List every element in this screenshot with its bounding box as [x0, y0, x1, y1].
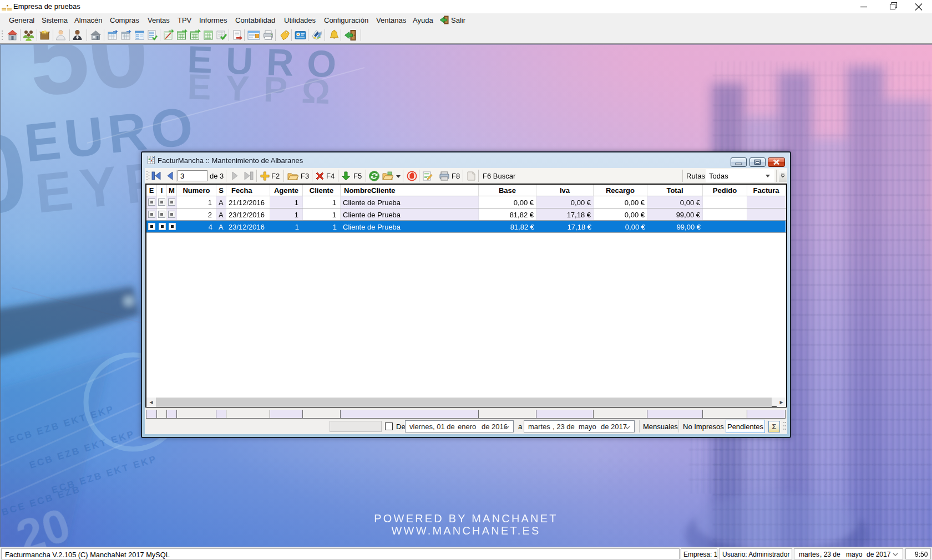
svg-text:EYPΩ: EYPΩ: [187, 67, 346, 112]
